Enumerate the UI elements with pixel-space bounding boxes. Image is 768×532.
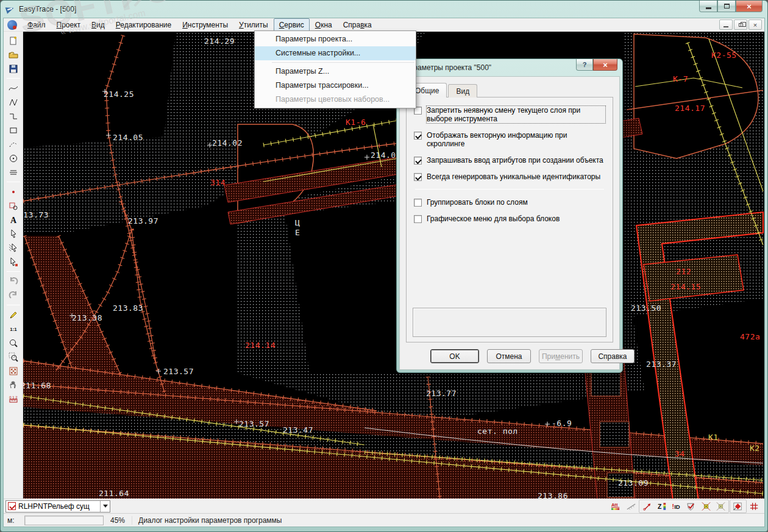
fill-diamond-button[interactable] — [731, 500, 745, 512]
zoom-tool[interactable] — [5, 336, 21, 350]
curve-tool[interactable] — [5, 81, 21, 95]
dialog-description-panel — [413, 308, 606, 337]
mdi-minimize-button[interactable] — [719, 20, 733, 30]
menu-help[interactable]: Справка — [338, 18, 377, 32]
toolbar-separator — [7, 182, 20, 182]
toolbar-separator — [7, 305, 20, 305]
fit-window-button[interactable] — [5, 364, 21, 378]
toolbar-group — [730, 500, 747, 513]
checkbox-box[interactable] — [414, 215, 422, 223]
svg-text:Z: Z — [657, 503, 661, 510]
checkbox-box[interactable] — [414, 157, 422, 165]
text-tool[interactable]: A — [5, 213, 21, 227]
polyline-tool[interactable] — [5, 95, 21, 109]
menu-view[interactable]: Вид — [86, 18, 110, 32]
checkbox-box[interactable] — [414, 173, 422, 181]
point-tool[interactable] — [5, 185, 21, 199]
hatch-marks-button[interactable] — [624, 500, 638, 512]
snap-node-button[interactable] — [699, 500, 713, 512]
cancel-button[interactable]: Отмена — [487, 349, 531, 363]
id-button[interactable]: !ID — [669, 500, 684, 512]
map-label: 213.57 — [239, 419, 269, 428]
project-parameters-dialog: Параметры проекта "500" ? × ОбщиеВид Зап… — [396, 59, 623, 373]
layer-selector[interactable]: RLHPNTРельеф сущ — [5, 500, 110, 512]
rect-icon — [9, 126, 18, 135]
menu-file[interactable]: Файл — [22, 18, 51, 32]
maximize-button[interactable] — [717, 1, 736, 12]
map-label: 214.25 — [104, 90, 134, 99]
select-rect-tool[interactable] — [5, 255, 21, 269]
map-label: 34 — [675, 449, 685, 458]
new-file-button[interactable] — [5, 34, 21, 48]
dialog-help-button[interactable]: ? — [576, 59, 593, 71]
menu-utilities[interactable]: Утилиты — [233, 18, 274, 32]
close-button[interactable]: × — [736, 1, 763, 12]
curve-icon — [9, 83, 18, 93]
checkbox-graphic-block-menu[interactable]: Графическое меню для выбора блоков — [414, 215, 605, 223]
zoomregion-icon — [9, 352, 18, 362]
bottom-toolbar: AttZ!ID — [608, 500, 762, 513]
help-button[interactable]: Справка — [591, 349, 635, 363]
checkbox-generate-unique-ids[interactable]: Всегда генерировать уникальные идентифик… — [414, 172, 605, 181]
ruler-tool[interactable]: 0 1 2 — [5, 392, 21, 406]
layer-bar: RLHPNTРельеф сущ AttZ!ID — [4, 498, 764, 513]
vector-arrow-button[interactable] — [640, 500, 655, 512]
menu-item-z-parameters[interactable]: Параметры Z... — [255, 65, 416, 79]
map-label: 214.02 — [212, 138, 243, 147]
menu-tools[interactable]: Инструменты — [177, 18, 233, 32]
edit-pencil-tool[interactable] — [5, 308, 21, 322]
zoom-region-tool[interactable] — [5, 350, 21, 364]
arc-tool[interactable] — [5, 137, 21, 151]
block-tool[interactable] — [5, 199, 21, 213]
layer-visible-checkbox[interactable] — [8, 502, 16, 510]
menu-windows[interactable]: Окна — [310, 18, 338, 32]
checkbox-box[interactable] — [414, 199, 422, 207]
tab-view[interactable]: Вид — [448, 84, 477, 98]
zoom-icon — [9, 338, 18, 348]
toolbar-group: Z!ID — [639, 500, 729, 513]
checkbox-group-blocks-by-layer[interactable]: Группировать блоки по слоям — [414, 198, 605, 207]
checkbox-ask-attributes[interactable]: Запрашивать ввод атрибутов при создании … — [414, 156, 605, 165]
open-file-button[interactable] — [5, 48, 21, 62]
menu-edit[interactable]: Редактирование — [110, 18, 177, 32]
map-label: Ц — [295, 218, 300, 227]
ortho-polyline-tool[interactable] — [5, 109, 21, 123]
ruler-icon: 0 1 2 — [9, 394, 18, 404]
title-bar[interactable]: EasyTrace - [500] × — [1, 1, 767, 18]
menu-item-system-settings[interactable]: Системные настройки... — [255, 46, 416, 60]
checkbox-show-vector-on-scroll[interactable]: Отображать векторную информацию при скро… — [414, 131, 605, 148]
z-colors-button[interactable]: Z — [655, 500, 669, 512]
ok-button[interactable]: OK — [430, 349, 479, 363]
map-label: 213.86 — [538, 491, 568, 498]
svg-text:1:1: 1:1 — [10, 327, 17, 332]
rectangle-tool[interactable] — [5, 123, 21, 137]
verify-check-button[interactable] — [684, 500, 699, 512]
grid-button[interactable] — [747, 500, 762, 512]
toolbar-separator — [7, 271, 20, 272]
svg-text:0 1 2: 0 1 2 — [9, 395, 18, 399]
save-button[interactable] — [5, 62, 21, 76]
checkbox-forbid-layer-change[interactable]: Запретить неявную смену текущего слоя пр… — [414, 106, 605, 123]
open-folder-icon — [9, 50, 18, 60]
hatch-tool[interactable] — [5, 165, 21, 179]
pan-tool[interactable] — [5, 378, 21, 392]
menu-item-project-parameters[interactable]: Параметры проекта... — [255, 32, 416, 46]
mdi-close-button[interactable]: × — [748, 20, 762, 30]
select-tool[interactable] — [5, 227, 21, 241]
snap-grid-button[interactable] — [713, 500, 728, 512]
circle-tool[interactable] — [5, 151, 21, 165]
zoom-1-1-button[interactable]: 1:1 — [5, 322, 21, 336]
dialog-close-button[interactable]: × — [593, 59, 617, 71]
layer-dropdown-arrow[interactable] — [100, 501, 110, 512]
checkbox-box[interactable] — [414, 132, 422, 140]
menu-service[interactable]: Сервис — [274, 18, 310, 32]
attributes-button[interactable]: Att — [608, 500, 623, 512]
menu-project[interactable]: Проект — [51, 18, 87, 32]
menu-bar: ФайлПроектВидРедактированиеИнструментыУт… — [4, 18, 764, 32]
select-hatch-tool[interactable] — [5, 241, 21, 255]
mdi-restore-button[interactable] — [734, 20, 747, 30]
menu-item-tracing-parameters[interactable]: Параметры трассировки... — [255, 79, 416, 93]
minimize-button[interactable] — [699, 1, 717, 12]
zoom-level: 45% — [104, 516, 132, 525]
snap2-icon — [715, 502, 727, 511]
